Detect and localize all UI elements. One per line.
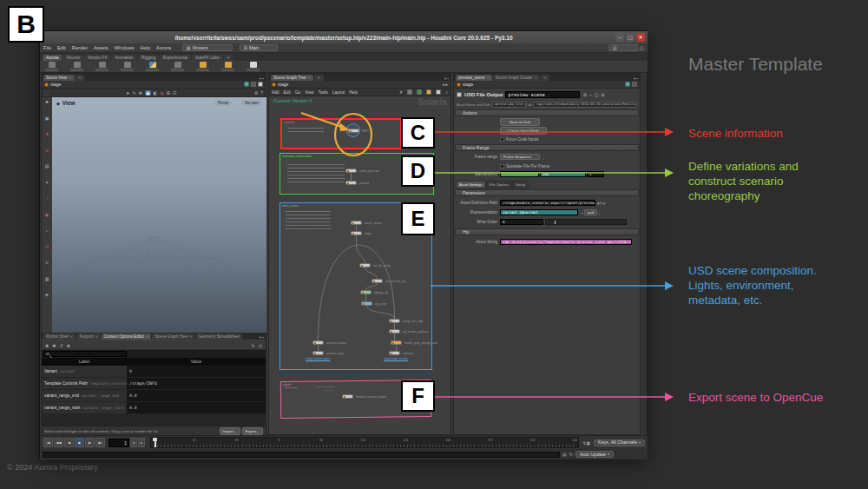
subtab-asset-settings[interactable]: Asset Settings — [456, 181, 486, 188]
tab-add[interactable]: ＋ — [76, 75, 85, 81]
timeline-ruler[interactable]: 24487296120144168192216240 — [150, 437, 579, 448]
close-icon[interactable]: ✕ — [534, 76, 536, 80]
desktop-selector-main[interactable]: ⊞ Main — [240, 44, 278, 51]
lasso-icon[interactable]: ✎ — [133, 90, 136, 96]
close-icon[interactable]: ✕ — [95, 334, 98, 339]
network-node[interactable]: INFO — [348, 129, 369, 133]
section-parameters[interactable]: Parameters — [455, 189, 639, 196]
network-node[interactable]: module_scenario_export — [342, 394, 386, 399]
gear-icon[interactable]: ⚙ — [582, 92, 586, 97]
section-hip[interactable]: Hip — [455, 228, 639, 235]
go-start-button[interactable]: |◀ — [43, 438, 53, 447]
pane-menu-icon[interactable]: ▾ ▪ — [260, 335, 266, 340]
info-icon[interactable]: ⓘ — [640, 45, 644, 50]
filter-icon[interactable]: ❖ — [67, 343, 70, 348]
row-value[interactable]: /stage/INFO — [129, 381, 157, 386]
menu-tools[interactable]: Tools — [319, 90, 328, 95]
table-row[interactable]: variant_range_startvariant_range_start 0… — [42, 402, 266, 414]
shelf-tool-folder[interactable] — [196, 62, 209, 71]
close-icon[interactable]: ✕ — [146, 334, 148, 339]
tab-preview-scene[interactable]: preview_scene✕ — [456, 75, 492, 81]
network-path[interactable]: stage — [50, 82, 61, 87]
export-button[interactable]: Export... — [242, 427, 263, 435]
network-path[interactable]: stage — [463, 82, 473, 87]
apps-selector[interactable]: ▤ — [608, 44, 638, 51]
hide-tool-icon[interactable]: ⊘ — [45, 261, 49, 265]
pin-icon[interactable] — [632, 82, 637, 87]
handles-tool-icon[interactable]: ✶ — [45, 181, 49, 185]
recook-icon[interactable]: ↻ — [569, 452, 573, 457]
history-icon[interactable]: ◂ ▸ — [443, 82, 448, 87]
color-palette-icon[interactable] — [417, 89, 422, 95]
menu-edit[interactable]: Edit — [57, 45, 66, 50]
reselect-icon[interactable]: ⌖ — [603, 201, 606, 206]
menu-aurora[interactable]: Aurora — [156, 45, 171, 50]
tab-scene-graph-tree[interactable]: Scene Graph Tree✕ — [152, 334, 194, 340]
snap-tool-icon[interactable]: ◔ — [45, 196, 48, 201]
subtab-file-options[interactable]: File Options — [486, 181, 512, 188]
close-icon[interactable]: ✕ — [70, 334, 73, 339]
section-actions[interactable]: Actions — [455, 109, 639, 116]
network-node[interactable]: scenario_layer — [312, 351, 345, 355]
edit-icon[interactable]: ✎ — [252, 343, 255, 348]
info-icon[interactable]: ⓘ — [595, 92, 599, 97]
section-frame-range[interactable]: Frame Range — [455, 144, 639, 151]
select-tool-icon[interactable]: ▣ — [45, 116, 49, 121]
network-node[interactable]: set_render_products — [389, 329, 428, 334]
table-row[interactable]: variant_range_endvariant_range_end 0.0 — [42, 390, 266, 402]
shelf-tool[interactable] — [70, 62, 83, 71]
tab-add[interactable]: ＋ — [541, 75, 550, 81]
node-body[interactable] — [360, 290, 372, 294]
node-name-field[interactable]: preview_scene — [505, 91, 580, 98]
shelf-tool-python[interactable] — [146, 62, 159, 71]
shelf-tab-animation[interactable]: Animation — [111, 55, 136, 62]
jump-icon[interactable]: ⧉ — [602, 92, 605, 97]
shelf-tool[interactable] — [45, 62, 58, 71]
select-box-icon[interactable]: ⬚ — [44, 90, 49, 96]
message-field[interactable] — [43, 452, 560, 458]
dopesheet-icon[interactable]: ▦ — [586, 440, 590, 446]
snapshot-icon[interactable] — [436, 89, 441, 95]
select-arrow-icon[interactable]: ➤ — [126, 90, 129, 96]
rotate-tool-icon[interactable]: ⊕ — [45, 149, 49, 153]
node-body[interactable] — [312, 340, 324, 345]
zoom-icon[interactable]: ⌕ — [445, 89, 448, 95]
misc-tool-icon[interactable]: ◈ — [45, 293, 49, 297]
shelf-tool-folder[interactable] — [221, 62, 234, 71]
row-value[interactable]: 0.0 — [129, 393, 137, 398]
row-value[interactable]: 0 — [129, 369, 132, 373]
channels-menu[interactable]: Keys, All Channels ▾ — [594, 439, 645, 446]
frame-back-button[interactable]: ◂ — [130, 438, 137, 447]
multi-snap-icon[interactable]: ⊡ — [173, 90, 176, 96]
search-input[interactable] — [43, 351, 127, 357]
frame-forward-button[interactable]: ▸ — [138, 438, 145, 447]
shelf-tab-simple-fx[interactable]: Simple FX — [84, 55, 110, 62]
play-reverse-button[interactable]: ◀ — [64, 438, 74, 447]
menu-help[interactable]: Help — [141, 45, 151, 50]
flags-icon[interactable] — [426, 89, 431, 95]
close-icon[interactable]: ✕ — [189, 334, 192, 339]
gear-icon[interactable]: ⚙ — [254, 90, 258, 96]
maximize-button[interactable]: ▢ — [626, 33, 635, 42]
tab-scene-view[interactable]: Scene View✕ — [43, 75, 75, 81]
network-node[interactable]: set_lib_config — [359, 263, 391, 268]
row-value[interactable]: 0.0 — [129, 406, 137, 410]
asset-chip-output[interactable]: aurora:sam_file_output... — [492, 102, 527, 109]
network-node[interactable]: cfg_script — [361, 301, 387, 306]
node-body[interactable] — [345, 169, 357, 173]
shelf-tool[interactable] — [95, 62, 108, 71]
grid-toggle-icon[interactable] — [407, 89, 412, 95]
shelf-tab-rigging[interactable]: Rigging — [138, 55, 159, 62]
network-node[interactable]: stage — [351, 231, 372, 235]
options-icon[interactable]: ⊙ — [259, 343, 262, 348]
tab-textport[interactable]: Textport✕ — [76, 334, 101, 340]
pad-button[interactable]: pad — [584, 209, 597, 215]
go-end-button[interactable]: ▶| — [95, 438, 105, 447]
menu-go[interactable]: Go — [295, 90, 300, 95]
shelf-tab-aurora[interactable]: Aurora — [43, 55, 62, 62]
write-order-field[interactable]: 0 — [500, 219, 543, 225]
stop-button[interactable]: ■ — [75, 438, 84, 447]
shelf-tool[interactable] — [171, 62, 184, 71]
wrench-icon[interactable]: ✗ — [399, 89, 403, 95]
scale-tool-icon[interactable]: ▤ — [45, 164, 49, 169]
